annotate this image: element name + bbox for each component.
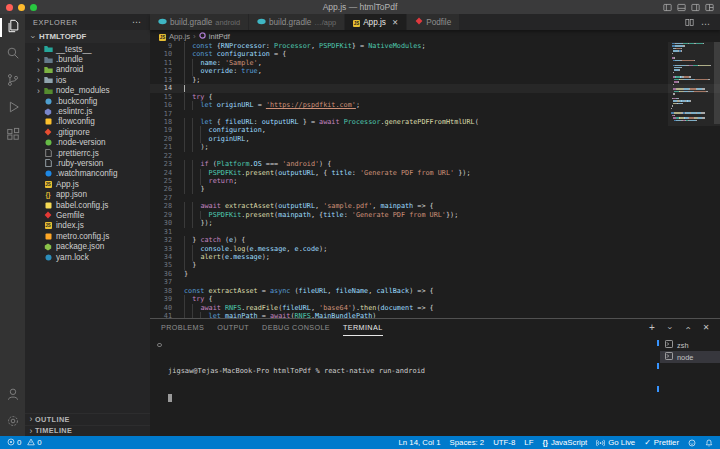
- code-line[interactable]: 31: [150, 228, 720, 236]
- code-line[interactable]: 12override: true,: [150, 67, 720, 75]
- code-line[interactable]: 23if (Platform.OS === 'android') {: [150, 160, 720, 168]
- activity-item-source-control[interactable]: [0, 68, 25, 95]
- code-line[interactable]: 11name: 'Sample',: [150, 59, 720, 67]
- code-line[interactable]: 33console.log(e.message, e.code);: [150, 245, 720, 253]
- problems-status[interactable]: 0 0: [7, 438, 42, 448]
- line-number[interactable]: 22: [150, 152, 184, 160]
- code-line[interactable]: 28await extractAsset(outputURL, 'sample.…: [150, 202, 720, 210]
- line-number[interactable]: 39: [150, 295, 184, 303]
- line-number[interactable]: 24: [150, 169, 184, 177]
- tree-item[interactable]: .gitignore: [25, 127, 150, 137]
- line-number[interactable]: 23: [150, 160, 184, 168]
- tree-item[interactable]: .flowconfig: [25, 117, 150, 127]
- line-number[interactable]: 29: [150, 211, 184, 219]
- line-number[interactable]: 26: [150, 185, 184, 193]
- panel-tab-problems[interactable]: PROBLEMS: [161, 319, 204, 336]
- code-line[interactable]: 35}: [150, 261, 720, 269]
- line-number[interactable]: 37: [150, 278, 184, 286]
- close-tab-icon[interactable]: ✕: [392, 18, 398, 27]
- layout-customize-icon[interactable]: [705, 3, 714, 12]
- editor-tab-build.gradle[interactable]: build.gradle …/app: [249, 14, 345, 30]
- line-number[interactable]: 11: [150, 59, 184, 67]
- code-line[interactable]: 37: [150, 278, 720, 286]
- code-line[interactable]: 25return;: [150, 177, 720, 185]
- line-number[interactable]: 41: [150, 312, 184, 318]
- code-line[interactable]: 24PSPDFKit.present(outputURL, { title: '…: [150, 169, 720, 177]
- line-number[interactable]: 33: [150, 245, 184, 253]
- activity-item-extensions[interactable]: [0, 122, 25, 149]
- panel-tab-output[interactable]: OUTPUT: [217, 319, 249, 336]
- status-item-utf-8[interactable]: UTF-8: [493, 438, 515, 447]
- code-editor[interactable]: 9const {RNProcessor: Processor, PSPDFKit…: [150, 42, 720, 318]
- code-line[interactable]: 38const extractAsset = async (fileURL, f…: [150, 287, 720, 295]
- terminal-content[interactable]: jigsaw@Tejas-MacBook-Pro htmlToPdf % rea…: [150, 336, 656, 436]
- layout-panel-icon[interactable]: [677, 3, 686, 12]
- tree-item[interactable]: › __tests__: [25, 44, 150, 54]
- status-item-spaces-2[interactable]: Spaces: 2: [450, 438, 485, 447]
- layout-sidebar-right-icon[interactable]: [691, 3, 700, 12]
- timeline-section[interactable]: › TIMELINE: [25, 425, 150, 437]
- line-number[interactable]: 25: [150, 177, 184, 185]
- tree-item[interactable]: .prettierrc.js: [25, 148, 150, 158]
- code-line[interactable]: 34alert(e.message);: [150, 253, 720, 261]
- line-number[interactable]: 13: [150, 76, 184, 84]
- activity-item-run-debug[interactable]: [0, 95, 25, 122]
- status-item-bell[interactable]: [705, 439, 713, 447]
- code-line[interactable]: 16let originURL = 'https://pspdfkit.com'…: [150, 101, 720, 109]
- status-item-lf[interactable]: LF: [524, 438, 533, 447]
- editor-scrollbar[interactable]: [714, 42, 720, 124]
- tree-item[interactable]: › .bundle: [25, 54, 150, 64]
- outline-section[interactable]: › OUTLINE: [25, 413, 150, 425]
- status-item-javascript[interactable]: {} JavaScript: [542, 438, 587, 447]
- split-editor-icon[interactable]: [685, 13, 694, 31]
- activity-item-search[interactable]: [0, 41, 25, 68]
- tree-item[interactable]: {} app.json: [25, 189, 150, 199]
- line-number[interactable]: 34: [150, 253, 184, 261]
- line-number[interactable]: 38: [150, 287, 184, 295]
- code-line[interactable]: 20originURL,: [150, 135, 720, 143]
- minimize-window-button[interactable]: [18, 4, 25, 11]
- explorer-more-actions-icon[interactable]: ⋯: [132, 17, 142, 27]
- tree-item[interactable]: › ios: [25, 75, 150, 85]
- code-line[interactable]: 18let { fileURL: outputURL } = await Pro…: [150, 118, 720, 126]
- line-number[interactable]: 35: [150, 261, 184, 269]
- terminal-picker-icon[interactable]: ›: [665, 323, 675, 333]
- code-line[interactable]: 15try {: [150, 93, 720, 101]
- tree-item[interactable]: .watchmanconfig: [25, 169, 150, 179]
- line-number[interactable]: 12: [150, 67, 184, 75]
- line-number[interactable]: 9: [150, 42, 184, 50]
- tree-item[interactable]: › node_modules: [25, 86, 150, 96]
- line-number[interactable]: 16: [150, 101, 184, 109]
- code-line[interactable]: 40await RNFS.readFile(fileURL, 'base64')…: [150, 304, 720, 312]
- line-number[interactable]: 14: [150, 84, 184, 92]
- panel-tab-terminal[interactable]: TERMINAL: [343, 319, 383, 336]
- code-line[interactable]: 9const {RNProcessor: Processor, PSPDFKit…: [150, 42, 720, 50]
- status-item-feedback[interactable]: [688, 439, 696, 447]
- line-number[interactable]: 36: [150, 270, 184, 278]
- minimap[interactable]: [671, 43, 711, 122]
- line-number[interactable]: 20: [150, 135, 184, 143]
- line-number[interactable]: 30: [150, 219, 184, 227]
- line-number[interactable]: 40: [150, 304, 184, 312]
- status-item-ln-14-col-1[interactable]: Ln 14, Col 1: [398, 438, 440, 447]
- code-line[interactable]: 22: [150, 152, 720, 160]
- code-line[interactable]: 39try {: [150, 295, 720, 303]
- panel-tab-debug-console[interactable]: DEBUG CONSOLE: [262, 319, 330, 336]
- command-decoration-icon[interactable]: [157, 343, 162, 348]
- tree-item[interactable]: .eslintrc.js: [25, 106, 150, 116]
- terminal-instance-zsh[interactable]: zsh: [660, 339, 720, 351]
- tree-item[interactable]: metro.config.js: [25, 231, 150, 241]
- new-terminal-icon[interactable]: +: [647, 323, 657, 333]
- tree-item[interactable]: JS index.js: [25, 221, 150, 231]
- line-number[interactable]: 10: [150, 50, 184, 58]
- breadcrumb[interactable]: JS App.js › initPdf: [150, 30, 720, 42]
- activity-item-explorer[interactable]: [0, 14, 25, 41]
- tree-item[interactable]: › android: [25, 65, 150, 75]
- tree-item[interactable]: .buckconfig: [25, 96, 150, 106]
- code-line[interactable]: 17: [150, 110, 720, 118]
- tree-item[interactable]: Gemfile: [25, 210, 150, 220]
- line-number[interactable]: 18: [150, 118, 184, 126]
- breadcrumb-file[interactable]: App.js: [169, 32, 190, 41]
- code-line[interactable]: 27: [150, 194, 720, 202]
- terminal-instance-node[interactable]: node: [660, 351, 720, 363]
